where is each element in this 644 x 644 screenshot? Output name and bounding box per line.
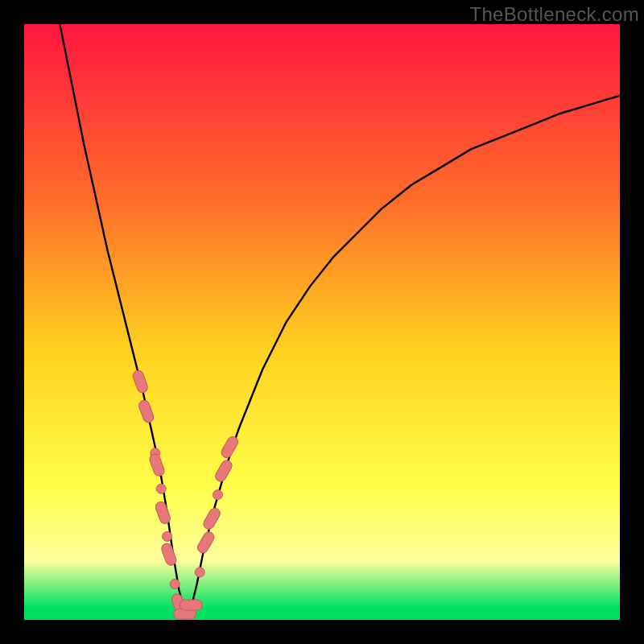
chart-svg xyxy=(24,24,620,620)
watermark-text: TheBottleneck.com xyxy=(469,3,639,26)
data-marker-pill xyxy=(180,600,202,610)
data-marker-dot xyxy=(156,484,166,493)
data-marker-dot xyxy=(163,531,172,541)
data-marker-dot xyxy=(170,580,180,589)
data-marker-dot xyxy=(195,568,204,577)
outer-frame: TheBottleneck.com xyxy=(0,0,644,644)
gradient-background xyxy=(24,24,620,620)
plot-area xyxy=(24,24,620,620)
data-marker-dot xyxy=(213,490,223,500)
